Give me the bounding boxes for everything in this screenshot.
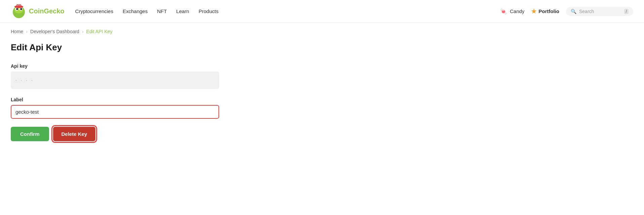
api-key-display: · · · · <box>11 71 219 89</box>
candy-menu[interactable]: 🍬 Candy <box>499 7 524 15</box>
button-row: Confirm Delete Key <box>11 127 219 141</box>
star-icon: ★ <box>531 8 536 15</box>
form-section: Api key · · · · Label Confirm Delete Key <box>11 63 219 141</box>
delete-key-button[interactable]: Delete Key <box>53 127 96 141</box>
search-placeholder: Search <box>579 9 594 14</box>
api-key-masked: · · · · <box>15 77 34 83</box>
logo-text: CoinGecko <box>29 7 65 15</box>
svg-point-4 <box>16 8 18 10</box>
search-box[interactable]: 🔍 Search / <box>566 7 633 16</box>
nav-exchanges[interactable]: Exchanges <box>123 8 148 14</box>
nav-cryptocurrencies[interactable]: Cryptocurrencies <box>75 8 113 14</box>
logo[interactable]: CoinGecko <box>11 3 65 19</box>
portfolio-label: Portfolio <box>538 8 559 14</box>
breadcrumb: Home › Developer's Dashboard › Edit API … <box>0 23 644 37</box>
search-icon: 🔍 <box>571 9 576 14</box>
portfolio-menu[interactable]: ★ Portfolio <box>531 8 559 15</box>
svg-point-5 <box>20 8 22 10</box>
nav-learn[interactable]: Learn <box>176 8 189 14</box>
label-field-label: Label <box>11 97 219 102</box>
label-group: Label <box>11 97 219 119</box>
breadcrumb-sep-2: › <box>82 29 84 34</box>
nav-right: 🍬 Candy ★ Portfolio 🔍 Search / <box>499 7 633 16</box>
nav-products[interactable]: Products <box>199 8 218 14</box>
breadcrumb-home[interactable]: Home <box>11 29 23 34</box>
svg-point-8 <box>17 5 18 6</box>
candy-icon: 🍬 <box>499 7 508 15</box>
breadcrumb-sep-1: › <box>26 29 28 34</box>
page-title: Edit Api Key <box>11 42 633 53</box>
api-key-group: Api key · · · · <box>11 63 219 89</box>
label-input[interactable] <box>11 105 219 119</box>
nav-nft[interactable]: NFT <box>157 8 167 14</box>
breadcrumb-dashboard[interactable]: Developer's Dashboard <box>30 29 79 34</box>
slash-badge: / <box>624 9 629 14</box>
nav-links: Cryptocurrencies Exchanges NFT Learn Pro… <box>75 8 499 14</box>
navbar: CoinGecko Cryptocurrencies Exchanges NFT… <box>0 0 644 23</box>
candy-label: Candy <box>510 8 524 14</box>
svg-point-9 <box>18 4 19 5</box>
breadcrumb-current: Edit API Key <box>86 29 113 34</box>
gecko-logo-icon <box>11 3 27 19</box>
api-key-label: Api key <box>11 63 219 69</box>
confirm-button[interactable]: Confirm <box>11 127 49 141</box>
main-content: Edit Api Key Api key · · · · Label Confi… <box>0 37 644 155</box>
svg-point-10 <box>20 5 21 6</box>
